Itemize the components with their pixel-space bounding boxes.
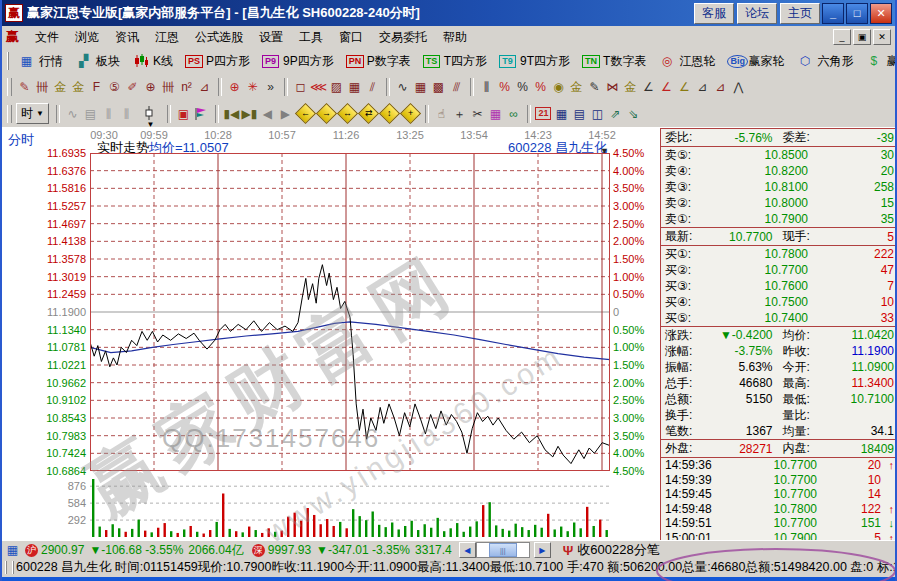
hatch-tool-icon[interactable]: ▨ bbox=[328, 79, 345, 95]
menu-item-窗口[interactable]: 窗口 bbox=[331, 28, 371, 46]
slashes-tool-icon[interactable]: ⫻ bbox=[448, 79, 465, 95]
menu-item-交易委托[interactable]: 交易委托 bbox=[371, 28, 435, 46]
diamond-swap-icon[interactable]: ⇄ bbox=[358, 103, 379, 124]
minimize-button[interactable]: _ bbox=[822, 3, 844, 24]
export-pc-icon[interactable]: ⇘ bbox=[625, 106, 642, 122]
menu-item-公式选股[interactable]: 公式选股 bbox=[187, 28, 251, 46]
last-icon[interactable]: ▶▮ bbox=[241, 106, 258, 122]
gann-wheel-button[interactable]: ◎江恩轮 bbox=[653, 52, 720, 71]
maximize-button[interactable]: □ bbox=[846, 3, 868, 24]
bars9-disabled-icon[interactable]: ⫼ bbox=[118, 106, 135, 122]
star-tool-icon[interactable]: ✳ bbox=[244, 79, 261, 95]
prev-icon[interactable]: ◀ bbox=[259, 106, 276, 122]
pen2-tool-icon[interactable]: ✐ bbox=[124, 79, 141, 95]
anglegold-tool-icon[interactable]: ∠ bbox=[676, 79, 693, 95]
service-button[interactable]: 客服 bbox=[694, 3, 734, 24]
grid2-tool-icon[interactable]: 卌 bbox=[160, 79, 177, 95]
price-plot[interactable] bbox=[90, 153, 610, 474]
binoculars-icon[interactable]: ∞ bbox=[505, 106, 522, 122]
grid-tool-icon[interactable]: 卌 bbox=[34, 79, 51, 95]
t9-badge-button[interactable]: T99T四方形 bbox=[494, 52, 575, 71]
winner-wheel-button[interactable]: Big赢家轮 bbox=[722, 52, 789, 71]
circlecross-tool-icon[interactable]: ⊕ bbox=[226, 79, 243, 95]
net2-tool-icon[interactable]: ▩ bbox=[430, 79, 447, 95]
calendar-icon[interactable]: 21 bbox=[535, 106, 552, 122]
pctline-tool-icon[interactable]: % bbox=[532, 79, 549, 95]
scroll-right-button[interactable]: ▶ bbox=[534, 542, 551, 558]
anglebox-tool-icon[interactable]: ⊿ bbox=[712, 79, 729, 95]
menu-item-工具[interactable]: 工具 bbox=[291, 28, 331, 46]
goldgrid-tool-icon[interactable]: 金 bbox=[52, 79, 69, 95]
fgrid-tool-icon[interactable]: F bbox=[88, 79, 105, 95]
clockgrid-tool-icon[interactable]: ⊕ bbox=[142, 79, 159, 95]
calculator-icon[interactable]: ▦ bbox=[553, 106, 570, 122]
diamond-hswap-icon[interactable]: ↔ bbox=[337, 103, 358, 124]
notepad-icon[interactable]: ▤ bbox=[571, 106, 588, 122]
scroll-thumb[interactable]: ||| bbox=[489, 543, 517, 557]
slash-tool-icon[interactable]: ⫽ bbox=[364, 79, 381, 95]
diamond-vswap-icon[interactable]: ↕ bbox=[379, 103, 400, 124]
ruler-tool-icon[interactable]: ⊿ bbox=[196, 79, 213, 95]
kline-button[interactable]: K线 bbox=[127, 52, 178, 71]
service-dollar-button[interactable]: $赢家服务 bbox=[860, 52, 895, 71]
more-chevron-icon[interactable]: » bbox=[262, 79, 279, 95]
scroll-left-button[interactable]: ◀ bbox=[459, 542, 476, 558]
anglespeed-tool-icon[interactable]: ⊿ bbox=[694, 79, 711, 95]
pct-tool-icon[interactable]: % bbox=[514, 79, 531, 95]
cross-icon[interactable]: ＋ bbox=[451, 106, 468, 122]
bars3-disabled-icon[interactable]: ⫼ bbox=[100, 106, 117, 122]
horizontal-scrollbar[interactable]: ◀ ||| ▶ bbox=[459, 542, 551, 558]
menu-item-设置[interactable]: 设置 bbox=[251, 28, 291, 46]
child-close-button[interactable]: ✕ bbox=[873, 29, 891, 45]
box-tool-icon[interactable]: ◻ bbox=[292, 79, 309, 95]
scroll-track[interactable]: ||| bbox=[476, 542, 530, 558]
volume-plot[interactable] bbox=[90, 479, 610, 540]
save-icon[interactable]: ◫ bbox=[589, 106, 606, 122]
menu-item-文件[interactable]: 文件 bbox=[27, 28, 67, 46]
fan-tool-icon[interactable]: ⋘ bbox=[310, 79, 327, 95]
chartbox-icon[interactable]: ▣ bbox=[175, 106, 192, 122]
hand-icon[interactable]: ☝ bbox=[433, 106, 450, 122]
blocks-button[interactable]: ▞板块 bbox=[70, 52, 125, 71]
scissors-icon[interactable]: ✂ bbox=[469, 106, 486, 122]
menu-item-江恩[interactable]: 江恩 bbox=[147, 28, 187, 46]
close-button[interactable]: ✕ bbox=[870, 3, 892, 24]
nsquare-tool-icon[interactable]: n² bbox=[178, 79, 195, 95]
forum-button[interactable]: 论坛 bbox=[737, 3, 777, 24]
goldgrid2-tool-icon[interactable]: 金 bbox=[70, 79, 87, 95]
wave-disabled-icon[interactable]: ∿ bbox=[64, 106, 81, 122]
next-icon[interactable]: ▶ bbox=[277, 106, 294, 122]
child-restore-button[interactable]: ▣ bbox=[853, 29, 871, 45]
densegrid-tool-icon[interactable]: ▦ bbox=[412, 79, 429, 95]
quote-grid-icon[interactable]: ▦ bbox=[4, 542, 21, 558]
stamp-icon[interactable]: ▦ bbox=[487, 106, 504, 122]
anglej-tool-icon[interactable]: ∠ bbox=[640, 79, 657, 95]
homepage-button[interactable]: 主页 bbox=[780, 3, 820, 24]
goldline-tool-icon[interactable]: 金 bbox=[568, 79, 585, 95]
candle-dropdown-icon[interactable]: ▼ bbox=[136, 106, 162, 122]
anglew-tool-icon[interactable]: ⋀ bbox=[730, 79, 747, 95]
child-minimize-button[interactable]: _ bbox=[833, 29, 851, 45]
hexagon-button[interactable]: ⬡六角形 bbox=[791, 52, 858, 71]
first-icon[interactable]: ▮◀ bbox=[223, 106, 240, 122]
goldcircle-tool-icon[interactable]: ◉ bbox=[550, 79, 567, 95]
doc-disabled-icon[interactable]: ▤ bbox=[82, 106, 99, 122]
tn-badge-button[interactable]: TNT数字表 bbox=[577, 52, 651, 71]
net-tool-icon[interactable]: ▦ bbox=[346, 79, 363, 95]
menu-item-资讯[interactable]: 资讯 bbox=[107, 28, 147, 46]
menu-item-浏览[interactable]: 浏览 bbox=[67, 28, 107, 46]
flag-icon[interactable] bbox=[193, 106, 210, 122]
fivegrid-tool-icon[interactable]: ⑤ bbox=[106, 79, 123, 95]
diamond-left-icon[interactable]: ← bbox=[295, 103, 316, 124]
pn-badge-button[interactable]: PNP数字表 bbox=[341, 52, 416, 71]
candlepen-tool-icon[interactable]: ✎ bbox=[586, 79, 603, 95]
p9-badge-button[interactable]: P99P四方形 bbox=[257, 52, 339, 71]
ts-badge-button[interactable]: TST四方形 bbox=[418, 52, 492, 71]
export-globe-icon[interactable]: ⇗ bbox=[607, 106, 624, 122]
goldline2-tool-icon[interactable]: 金 bbox=[622, 79, 639, 95]
diamond-right-icon[interactable]: → bbox=[316, 103, 337, 124]
bars-tool-icon[interactable]: ⫼ bbox=[478, 79, 495, 95]
diamond-expand-icon[interactable]: + bbox=[400, 103, 421, 124]
period-dropdown[interactable]: 时▼ bbox=[16, 103, 49, 124]
anglef-tool-icon[interactable]: ∠ bbox=[658, 79, 675, 95]
